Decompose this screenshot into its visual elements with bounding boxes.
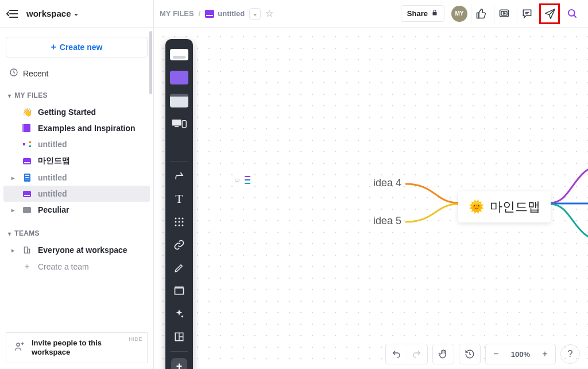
presentation-icon (22, 191, 32, 197)
invite-text: Invite people to this workspace (32, 339, 140, 358)
plus-icon: ＋ (22, 262, 32, 272)
svg-rect-18 (172, 120, 181, 126)
file-item-untitled-doc[interactable]: ▸ untitled (3, 170, 150, 186)
hide-invite-button[interactable]: HIDE (129, 336, 142, 342)
svg-marker-13 (504, 12, 505, 14)
file-label: untitled (38, 189, 67, 198)
comments-button[interactable] (517, 4, 536, 24)
pan-button[interactable] (433, 344, 454, 364)
zoom-in-button[interactable]: + (535, 344, 555, 364)
expand-caret-icon[interactable]: ▸ (11, 247, 14, 253)
sidebar-scrollbar[interactable] (149, 28, 153, 337)
file-label: Examples and Inspiration (38, 124, 136, 133)
tool-draw[interactable] (168, 257, 191, 279)
tool-ai[interactable] (168, 303, 191, 325)
bottom-bar: − 100% + ? (154, 339, 588, 369)
create-new-button[interactable]: + Create new (6, 37, 148, 57)
slash-separator: / (199, 9, 201, 18)
svg-rect-4 (24, 247, 28, 253)
search-button[interactable] (563, 4, 582, 24)
tool-arrow[interactable] (168, 165, 191, 187)
like-button[interactable] (471, 4, 490, 24)
file-item-mindmap-kr[interactable]: 마인드맵 (3, 152, 150, 170)
tool-link[interactable] (168, 234, 191, 256)
section-label: MY FILES (14, 91, 48, 99)
breadcrumb-root[interactable]: MY FILES (160, 9, 194, 18)
main-area: MY FILES / untitled ⌄ ☆ Share MY (154, 0, 588, 369)
section-my-files[interactable]: ▾ MY FILES (0, 83, 153, 104)
file-item-untitled-current[interactable]: untitled (3, 186, 150, 202)
section-teams[interactable]: ▾ TEAMS (0, 221, 153, 242)
tool-grid[interactable] (168, 211, 191, 233)
wave-icon: 👋 (22, 107, 32, 117)
file-item-untitled-mm[interactable]: untitled (3, 136, 150, 152)
workspace-selector[interactable]: workspace ⌄ (26, 9, 79, 18)
plus-icon: + (51, 42, 56, 52)
presentation-icon (205, 10, 214, 18)
presentation-icon (22, 158, 32, 164)
teams-tree: ▸ Everyone at workspace ＋ Create a team (0, 242, 153, 279)
file-label: Getting Started (38, 107, 96, 117)
toolbox-separator (171, 161, 188, 162)
avatar[interactable]: MY (451, 6, 467, 22)
present-button[interactable] (494, 4, 513, 24)
mindmap: 🌞 마인드맵 idea 1 idea 2 idea 3 idea 4 idea … (217, 62, 577, 335)
svg-line-17 (574, 15, 577, 17)
mindmap-center-node[interactable]: 🌞 마인드맵 (458, 191, 551, 222)
title-dropdown-button[interactable]: ⌄ (249, 8, 261, 20)
org-icon (22, 246, 32, 254)
help-button[interactable]: ? (560, 344, 580, 364)
idea-node-5[interactable]: idea 5 (373, 215, 401, 227)
svg-rect-30 (175, 288, 184, 294)
file-label: untitled (38, 173, 67, 182)
share-label: Share (407, 9, 428, 18)
book-icon (22, 124, 32, 132)
mindmap-icon (22, 141, 32, 147)
star-icon[interactable]: ☆ (265, 8, 273, 19)
team-item-everyone[interactable]: ▸ Everyone at workspace (3, 242, 150, 258)
undo-button[interactable] (386, 344, 407, 364)
svg-point-28 (179, 225, 180, 226)
create-team-button[interactable]: ＋ Create a team (3, 258, 150, 275)
tool-frame[interactable] (168, 280, 191, 302)
svg-point-16 (568, 9, 575, 16)
tool-browser[interactable] (168, 90, 191, 112)
send-button[interactable] (540, 4, 559, 24)
expand-caret-icon[interactable]: ▸ (11, 175, 14, 181)
tool-sticky[interactable] (168, 67, 191, 89)
svg-point-24 (175, 221, 177, 223)
file-label: 마인드맵 (38, 156, 70, 166)
chevron-down-icon: ⌄ (74, 10, 79, 17)
tool-mindmap[interactable] (168, 136, 191, 157)
sun-emoji-icon: 🌞 (469, 199, 484, 214)
idea-node-4[interactable]: idea 4 (373, 177, 401, 189)
svg-point-23 (182, 218, 184, 220)
tool-devices[interactable] (168, 113, 191, 134)
zoom-level[interactable]: 100% (506, 350, 535, 359)
collapse-sidebar-icon[interactable] (6, 7, 18, 20)
redo-button[interactable] (407, 344, 427, 364)
expand-caret-icon[interactable]: ▸ (11, 207, 14, 213)
svg-point-22 (179, 218, 180, 220)
invite-card[interactable]: Invite people to this workspace HIDE (6, 332, 148, 364)
create-team-label: Create a team (38, 262, 89, 271)
recent-link[interactable]: Recent (0, 63, 153, 83)
file-item-examples[interactable]: Examples and Inspiration (3, 120, 150, 136)
breadcrumb-title[interactable]: untitled (218, 9, 245, 18)
workspace-name: workspace (26, 9, 71, 18)
tool-text[interactable]: T (168, 188, 191, 210)
file-item-peculiar[interactable]: ▸ Peculiar (3, 202, 150, 218)
team-label: Everyone at workspace (38, 245, 127, 255)
svg-point-21 (175, 218, 177, 220)
history-button[interactable] (459, 344, 480, 364)
zoom-out-button[interactable]: − (486, 344, 506, 364)
share-button[interactable]: Share (401, 5, 444, 22)
svg-point-26 (182, 221, 184, 223)
file-item-getting-started[interactable]: 👋 Getting Started (3, 104, 150, 120)
svg-rect-10 (477, 13, 478, 18)
clock-icon (9, 68, 18, 79)
document-icon (22, 174, 32, 182)
section-label: TEAMS (14, 229, 40, 237)
tool-board[interactable] (168, 44, 191, 66)
canvas-wrap: T + (154, 28, 588, 369)
